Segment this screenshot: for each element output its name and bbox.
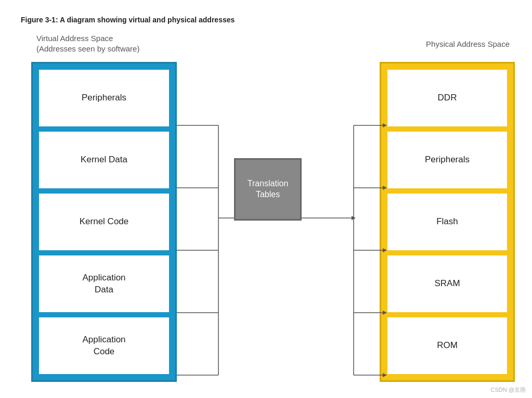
pas-block-flash: Flash [387,194,507,250]
diagram-area: Virtual Address Space (Addresses seen by… [21,33,520,377]
vas-block-kernel-code: Kernel Code [39,194,169,250]
figure-title: Figure 3-1: A diagram showing virtual an… [21,16,511,24]
vas-block-app-data: ApplicationData [39,255,169,312]
vas-container: Peripherals Kernel Data Kernel Code Appl… [31,62,177,382]
translation-tables-box: TranslationTables [234,158,302,221]
vas-block-kernel-data: Kernel Data [39,132,169,188]
page: Figure 3-1: A diagram showing virtual an… [0,0,532,398]
pas-block-rom: ROM [387,317,507,374]
pas-block-peripherals: Peripherals [387,132,507,188]
vas-block-peripherals: Peripherals [39,70,169,126]
translation-tables-label: TranslationTables [248,178,289,200]
pas-block-sram: SRAM [387,255,507,312]
watermark: CSDN @京雨 [491,386,526,394]
pas-block-ddr: DDR [387,70,507,126]
pas-label: Physical Address Space [426,40,510,48]
vas-block-app-code: ApplicationCode [39,317,169,374]
vas-label: Virtual Address Space (Addresses seen by… [36,33,139,54]
svg-marker-8 [352,216,356,220]
pas-container: DDR Peripherals Flash SRAM ROM [380,62,515,382]
